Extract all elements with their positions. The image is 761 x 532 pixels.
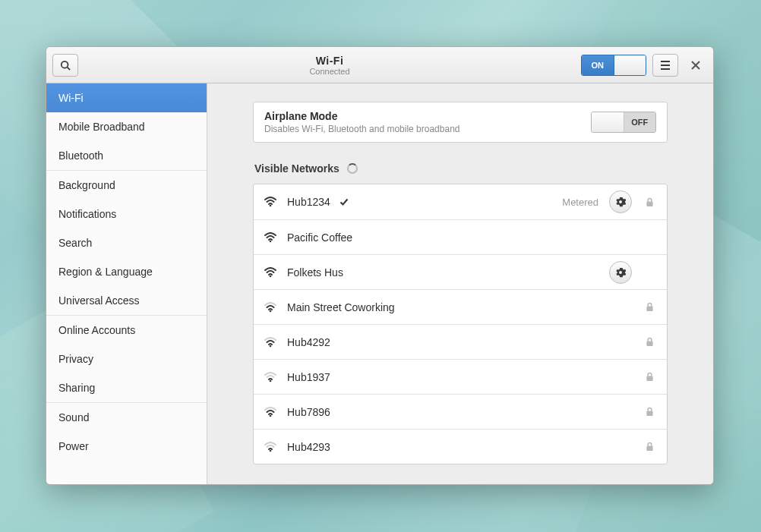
svg-point-11 [270, 275, 272, 277]
sidebar-item-power[interactable]: Power [46, 432, 207, 461]
sidebar-item-notifications[interactable]: Notifications [46, 200, 207, 228]
svg-point-19 [270, 414, 272, 417]
sidebar-item-label: Region & Language [58, 266, 153, 278]
search-button[interactable] [52, 54, 78, 77]
svg-point-0 [62, 61, 68, 68]
sidebar-item-label: Notifications [58, 208, 116, 220]
wifi-toggle-on-label: ON [582, 55, 614, 75]
hamburger-menu-button[interactable] [652, 54, 678, 77]
airplane-mode-subtitle: Disables Wi-Fi, Bluetooth and mobile bro… [264, 124, 579, 134]
airplane-toggle-handle [592, 112, 624, 132]
sidebar-item-background[interactable]: Background [46, 171, 207, 200]
wifi-toggle-handle [614, 55, 646, 75]
sidebar-item-label: Universal Access [58, 294, 140, 307]
svg-point-21 [270, 449, 272, 452]
sidebar-item-label: Online Accounts [58, 324, 135, 336]
main-content: Airplane Mode Disables Wi-Fi, Bluetooth … [207, 83, 713, 484]
close-icon [691, 61, 700, 70]
lock-icon [643, 337, 656, 347]
wifi-signal-icon [264, 442, 276, 452]
network-list: Hub1234Metered Pacific Coffee Folkets Hu… [253, 184, 668, 464]
visible-networks-heading: Visible Networks [254, 162, 668, 175]
wifi-signal-icon [264, 302, 276, 313]
connected-check-icon [339, 197, 349, 206]
svg-rect-16 [646, 342, 652, 346]
sidebar-item-online-accounts[interactable]: Online Accounts [46, 316, 207, 345]
lock-icon [643, 442, 656, 452]
svg-line-1 [68, 67, 71, 70]
network-row[interactable]: Pacific Coffee [254, 219, 667, 254]
sidebar-item-mobile-broadband[interactable]: Mobile Broadband [46, 112, 207, 141]
sidebar-item-label: Bluetooth [58, 150, 103, 162]
airplane-mode-panel: Airplane Mode Disables Wi-Fi, Bluetooth … [253, 102, 668, 143]
network-settings-button[interactable] [609, 261, 632, 284]
gear-icon [615, 197, 626, 207]
sidebar-item-label: Power [58, 440, 89, 452]
window-close-button[interactable] [684, 54, 707, 77]
sidebar-item-label: Mobile Broadband [58, 121, 145, 133]
svg-rect-14 [646, 307, 652, 311]
header-subtitle: Connected [84, 67, 575, 76]
airplane-mode-toggle[interactable]: OFF [591, 112, 656, 133]
sidebar-item-label: Background [58, 179, 115, 191]
gear-icon [615, 267, 626, 278]
wifi-signal-icon [264, 337, 276, 348]
svg-point-12 [619, 271, 622, 274]
svg-point-17 [270, 379, 272, 382]
network-name: Folkets Hus [287, 266, 598, 279]
network-row[interactable]: Hub1234Metered [254, 184, 667, 219]
network-row[interactable]: Hub1937 [254, 359, 667, 394]
sidebar-item-label: Sound [58, 411, 89, 423]
svg-rect-18 [646, 376, 652, 381]
network-row[interactable]: Hub4292 [254, 324, 667, 359]
hamburger-icon [660, 61, 671, 70]
lock-icon [643, 407, 656, 417]
network-name: Hub7896 [287, 406, 598, 418]
wifi-signal-icon [264, 407, 276, 417]
sidebar-item-sound[interactable]: Sound [46, 403, 207, 432]
visible-networks-label: Visible Networks [254, 162, 339, 175]
wifi-signal-icon [264, 232, 276, 243]
network-name: Pacific Coffee [287, 231, 598, 244]
svg-point-10 [270, 240, 272, 242]
sidebar-item-label: Search [58, 237, 92, 249]
svg-rect-20 [646, 411, 652, 416]
airplane-toggle-off-label: OFF [624, 112, 656, 132]
sidebar-item-search[interactable]: Search [46, 228, 207, 257]
sidebar-item-label: Wi-Fi [58, 92, 84, 104]
wifi-signal-icon [264, 372, 276, 382]
network-row[interactable]: Hub4293 [254, 429, 667, 464]
sidebar-item-bluetooth[interactable]: Bluetooth [46, 141, 207, 171]
svg-point-15 [270, 345, 272, 347]
network-row[interactable]: Main Street Coworking [254, 289, 667, 324]
sidebar-item-label: Privacy [58, 353, 93, 365]
svg-point-8 [619, 200, 622, 203]
loading-spinner-icon [347, 163, 358, 174]
airplane-mode-title: Airplane Mode [264, 110, 579, 122]
lock-icon [643, 302, 656, 312]
network-name: Main Street Coworking [287, 301, 598, 313]
sidebar-item-sharing[interactable]: Sharing [46, 373, 207, 403]
header-title: Wi-Fi [84, 55, 575, 67]
network-settings-button[interactable] [609, 190, 632, 213]
network-row[interactable]: Hub7896 [254, 394, 667, 429]
network-name: Hub4292 [287, 336, 598, 348]
svg-rect-9 [646, 201, 652, 206]
svg-rect-22 [646, 446, 652, 451]
header-bar: Wi-Fi Connected ON [46, 47, 713, 83]
network-name: Hub1937 [287, 371, 598, 383]
lock-icon [643, 372, 656, 382]
lock-icon [643, 197, 656, 207]
network-row[interactable]: Folkets Hus [254, 254, 667, 289]
sidebar[interactable]: Wi-FiMobile BroadbandBluetoothBackground… [46, 83, 207, 484]
sidebar-item-privacy[interactable]: Privacy [46, 345, 207, 373]
sidebar-item-wi-fi[interactable]: Wi-Fi [46, 83, 207, 112]
sidebar-item-region-language[interactable]: Region & Language [46, 257, 207, 286]
wifi-toggle[interactable]: ON [581, 55, 646, 76]
metered-label: Metered [562, 197, 598, 208]
sidebar-item-universal-access[interactable]: Universal Access [46, 286, 207, 316]
wifi-signal-icon [264, 197, 276, 207]
sidebar-item-label: Sharing [58, 382, 95, 394]
svg-point-7 [270, 205, 272, 207]
settings-window: Wi-Fi Connected ON Wi-FiMobile Broadband… [46, 46, 714, 485]
